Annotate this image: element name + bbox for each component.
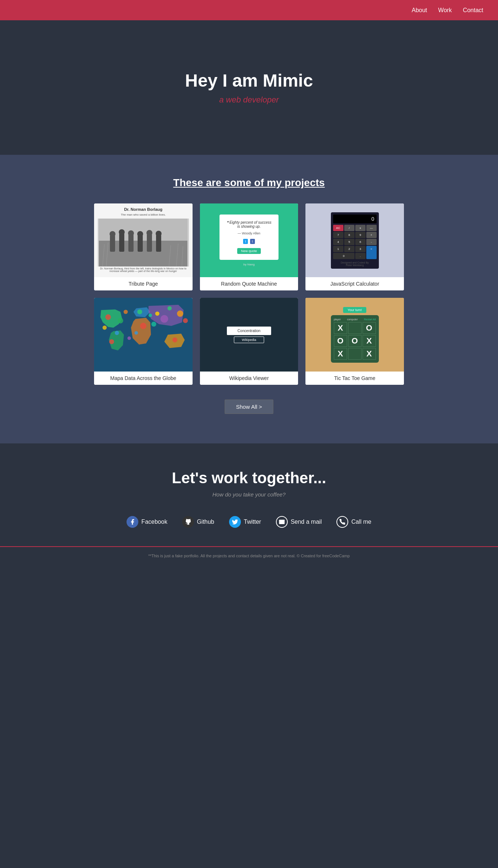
calc-eq: =: [366, 246, 377, 259]
ttt-restart-label: Restart All: [364, 318, 376, 321]
project-thumb-calc: 0 AC / x — 7 8 9 + 4 5 6 - 1: [305, 203, 404, 277]
ttt-cell-6: X: [334, 348, 347, 360]
contact-email[interactable]: Send a mail: [276, 516, 322, 528]
calc-2: 2: [344, 246, 355, 252]
contact-section: Let's work together... How do you take y…: [0, 443, 498, 546]
show-all-wrapper: Show All >: [15, 400, 483, 414]
svg-point-24: [140, 323, 146, 329]
svg-rect-11: [147, 234, 152, 252]
facebook-label: Facebook: [141, 519, 167, 525]
navbar: About Work Contact: [0, 0, 498, 20]
ttt-computer-label: computer: [347, 318, 358, 321]
hero-subtitle: a web developer: [219, 95, 279, 105]
github-label: Github: [197, 519, 214, 525]
svg-point-14: [156, 231, 162, 237]
contact-tagline: How do you take your coffee?: [15, 491, 483, 498]
svg-point-4: [110, 231, 115, 237]
ttt-cell-2: O: [363, 322, 376, 334]
project-thumb-tribute: Dr. Norman Borlaug The man who saved a b…: [94, 203, 193, 277]
twitter-label: Twitter: [244, 519, 261, 525]
quote-tumblr-icon: t: [250, 239, 255, 244]
project-label-quote: Random Quote Machine: [200, 277, 298, 290]
contact-title: Let's work together...: [15, 469, 483, 487]
project-card-tribute[interactable]: Dr. Norman Borlaug The man who saved a b…: [94, 203, 193, 290]
projects-section: These are some of my projects Dr. Norman…: [0, 155, 498, 443]
nav-work[interactable]: Work: [438, 7, 452, 14]
ttt-cell-8: X: [363, 348, 376, 360]
project-label-wiki: Wikipedia Viewer: [200, 372, 298, 385]
project-card-ttt[interactable]: Your turn! player computer Restart All X…: [305, 298, 404, 385]
facebook-icon: [127, 516, 138, 528]
svg-point-8: [128, 230, 134, 236]
hero-section: Hey I am Mimic a web developer: [0, 0, 498, 155]
svg-rect-9: [138, 235, 143, 252]
svg-point-12: [146, 230, 152, 236]
svg-point-36: [127, 337, 131, 340]
svg-point-25: [155, 311, 159, 316]
ttt-cell-7: [348, 348, 362, 360]
quote-text: ❝ Eighty percent of success is showing u…: [225, 220, 273, 229]
footer: **This is just a fake portfolio. All the…: [0, 546, 498, 565]
projects-grid: Dr. Norman Borlaug The man who saved a b…: [94, 203, 404, 385]
svg-point-21: [105, 314, 111, 320]
github-icon: [182, 516, 194, 528]
svg-rect-13: [156, 235, 161, 252]
project-card-wiki[interactable]: Concentration Wikipedia Wikipedia Viewer: [200, 298, 298, 385]
ttt-turn-label: Your turn!: [343, 307, 366, 313]
svg-point-31: [135, 331, 138, 335]
contact-facebook[interactable]: Facebook: [127, 516, 167, 528]
project-label-map: Mapa Data Across the Globe: [94, 372, 193, 385]
nav-contact[interactable]: Contact: [463, 7, 483, 14]
project-thumb-map: [94, 298, 193, 372]
calc-6: 6: [355, 239, 366, 245]
calc-7: 7: [333, 232, 343, 238]
quote-author: — Woody Allen: [225, 231, 273, 235]
wiki-search-btn: Wikipedia: [234, 337, 264, 343]
contact-twitter[interactable]: Twitter: [229, 516, 261, 528]
contact-links: Facebook Github Twitter Send a mail Call: [15, 516, 483, 528]
svg-point-27: [172, 338, 177, 342]
nav-about[interactable]: About: [412, 7, 427, 14]
calc-0: 0: [333, 253, 355, 259]
svg-point-23: [137, 309, 142, 314]
quote-new-btn[interactable]: New quote: [237, 248, 260, 254]
svg-point-26: [160, 315, 168, 323]
svg-point-6: [119, 229, 125, 235]
svg-point-29: [124, 310, 128, 314]
svg-rect-3: [110, 235, 115, 252]
quote-twitter-icon: t: [243, 239, 248, 244]
svg-point-38: [183, 318, 188, 323]
svg-point-22: [115, 331, 119, 335]
project-thumb-wiki: Concentration Wikipedia: [200, 298, 298, 372]
project-label-ttt: Tic Tac Toe Game: [305, 372, 404, 385]
calc-del: —: [366, 225, 377, 231]
ttt-player-label: player: [334, 318, 341, 321]
calc-plus: +: [366, 232, 377, 238]
calc-3: 3: [355, 246, 366, 252]
contact-github[interactable]: Github: [182, 516, 214, 528]
email-label: Send a mail: [291, 519, 322, 525]
hero-title: Hey I am Mimic: [185, 70, 313, 91]
calc-5: 5: [344, 239, 355, 245]
svg-point-33: [167, 306, 172, 310]
show-all-button[interactable]: Show All >: [225, 400, 273, 414]
ttt-board: player computer Restart All X O O O X X …: [331, 315, 379, 363]
calc-mul: x: [355, 225, 366, 231]
svg-point-32: [109, 339, 114, 344]
svg-point-37: [103, 325, 107, 330]
ttt-cell-3: O: [334, 335, 347, 347]
project-label-tribute: Tribute Page: [94, 277, 193, 290]
calc-div: /: [344, 225, 355, 231]
svg-rect-5: [119, 233, 124, 252]
calc-4: 4: [333, 239, 343, 245]
project-thumb-ttt: Your turn! player computer Restart All X…: [305, 298, 404, 372]
phone-label: Call me: [351, 519, 371, 525]
ttt-cell-0: X: [334, 322, 347, 334]
svg-point-10: [137, 231, 143, 237]
project-card-map[interactable]: Mapa Data Across the Globe: [94, 298, 193, 385]
twitter-icon: [229, 516, 241, 528]
contact-phone[interactable]: Call me: [336, 516, 371, 528]
calc-minus2: -: [366, 239, 377, 245]
project-card-calc[interactable]: 0 AC / x — 7 8 9 + 4 5 6 - 1: [305, 203, 404, 290]
project-card-quote[interactable]: ❝ Eighty percent of success is showing u…: [200, 203, 298, 290]
